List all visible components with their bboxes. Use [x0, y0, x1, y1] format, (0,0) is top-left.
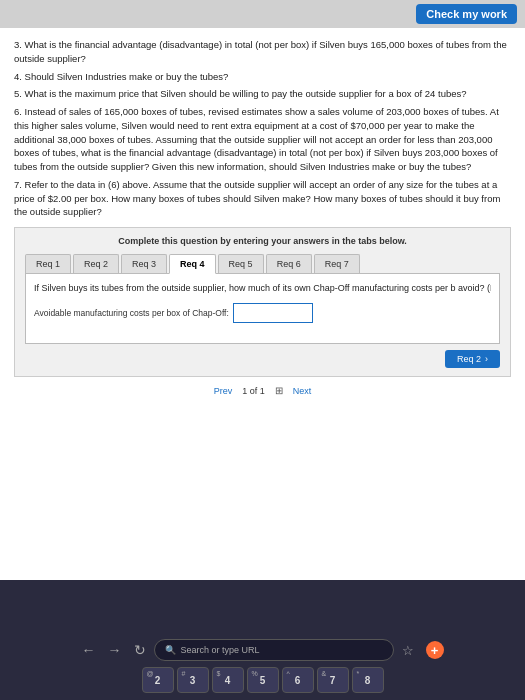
tab-content-area: If Silven buys its tubes from the outsid… — [25, 274, 500, 344]
browser-action-icons: ☆ + — [402, 641, 444, 659]
key-3[interactable]: # 3 — [177, 667, 209, 693]
tab-req5[interactable]: Req 5 — [218, 254, 264, 273]
content-area: 3. What is the financial advantage (disa… — [0, 28, 525, 580]
tab-req1[interactable]: Req 1 — [25, 254, 71, 273]
forward-icon[interactable]: → — [108, 642, 122, 658]
tab-content-text: If Silven buys its tubes from the outsid… — [34, 282, 491, 295]
key-6[interactable]: ^ 6 — [282, 667, 314, 693]
avoidable-cost-label: Avoidable manufacturing costs per box of… — [34, 307, 229, 319]
browser-nav-icons: ← → ↻ — [82, 642, 146, 658]
bookmark-icon[interactable]: ☆ — [402, 643, 414, 658]
new-tab-icon[interactable]: + — [426, 641, 444, 659]
back-icon[interactable]: ← — [82, 642, 96, 658]
keyboard-keys: @ 2 # 3 $ 4 % 5 ^ 6 & 7 — [0, 667, 525, 696]
questions-text: 3. What is the financial advantage (disa… — [14, 38, 511, 219]
question-5: 5. What is the maximum price that Silven… — [14, 87, 511, 101]
question-4: 4. Should Silven Industries make or buy … — [14, 70, 511, 84]
tab-req6[interactable]: Req 6 — [266, 254, 312, 273]
kb-row-numbers: @ 2 # 3 $ 4 % 5 ^ 6 & 7 — [6, 667, 519, 693]
req2-label: Req 2 — [457, 354, 481, 364]
avoidable-cost-input[interactable] — [233, 303, 313, 323]
key-8[interactable]: * 8 — [352, 667, 384, 693]
question-6: 6. Instead of sales of 165,000 boxes of … — [14, 105, 511, 174]
complete-instruction: Complete this question by entering your … — [25, 236, 500, 246]
tab-nav-row: Req 2 › — [25, 350, 500, 368]
search-bar[interactable]: 🔍 Search or type URL — [154, 639, 394, 661]
tab-req4[interactable]: Req 4 — [169, 254, 216, 274]
avoidable-cost-row: Avoidable manufacturing costs per box of… — [34, 303, 491, 323]
complete-box: Complete this question by entering your … — [14, 227, 511, 377]
req2-chevron: › — [485, 354, 488, 364]
question-7: 7. Refer to the data in (6) above. Assum… — [14, 178, 511, 219]
tab-req7[interactable]: Req 7 — [314, 254, 360, 273]
keyboard-area: ← → ↻ 🔍 Search or type URL ☆ + @ 2 # 3 $ — [0, 580, 525, 700]
question-3: 3. What is the financial advantage (disa… — [14, 38, 511, 66]
screen: Check my work 3. What is the financial a… — [0, 0, 525, 580]
search-placeholder-text: Search or type URL — [181, 645, 260, 655]
pagination-row: Prev 1 of 1 ⊞ Next — [14, 385, 511, 396]
check-my-work-button[interactable]: Check my work — [416, 4, 517, 24]
search-icon: 🔍 — [165, 645, 176, 655]
tab-req3[interactable]: Req 3 — [121, 254, 167, 273]
reload-icon[interactable]: ↻ — [134, 642, 146, 658]
req2-next-button[interactable]: Req 2 › — [445, 350, 500, 368]
tab-req2[interactable]: Req 2 — [73, 254, 119, 273]
key-2[interactable]: @ 2 — [142, 667, 174, 693]
key-4[interactable]: $ 4 — [212, 667, 244, 693]
tabs-row: Req 1 Req 2 Req 3 Req 4 Req 5 Req 6 Req … — [25, 254, 500, 274]
next-link[interactable]: Next — [293, 386, 312, 396]
grid-icon: ⊞ — [275, 385, 283, 396]
page-info: 1 of 1 — [242, 386, 265, 396]
browser-bar: Check my work — [0, 0, 525, 28]
key-7[interactable]: & 7 — [317, 667, 349, 693]
search-bar-row: ← → ↻ 🔍 Search or type URL ☆ + — [0, 639, 525, 661]
key-5[interactable]: % 5 — [247, 667, 279, 693]
prev-link[interactable]: Prev — [214, 386, 233, 396]
